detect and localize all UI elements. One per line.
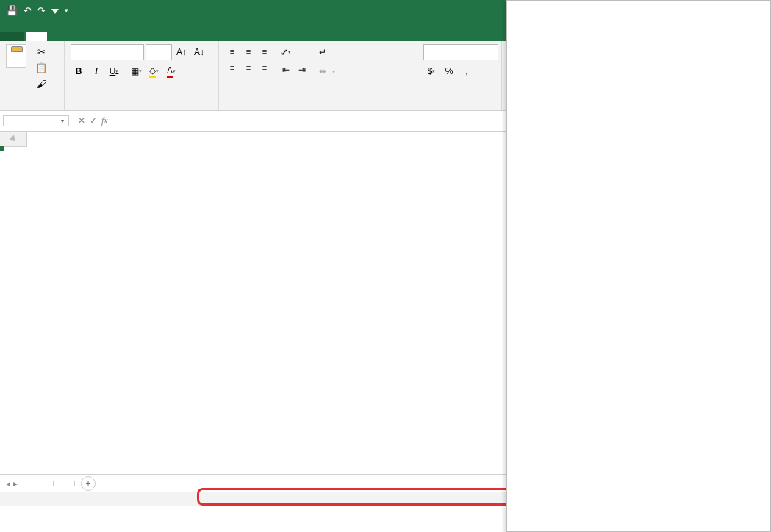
- paste-icon[interactable]: [6, 44, 26, 68]
- borders-icon[interactable]: ▦: [128, 63, 144, 79]
- tab-formulas[interactable]: [88, 32, 109, 41]
- qat-dropdown-icon[interactable]: ▾: [65, 7, 68, 14]
- customize-status-bar-menu[interactable]: [506, 0, 771, 532]
- align-top-icon[interactable]: ≡: [225, 44, 240, 59]
- sheet-nav-prev-icon[interactable]: ◂: [6, 478, 10, 489]
- cut-icon[interactable]: ✂: [32, 44, 50, 59]
- fx-icon[interactable]: fx: [101, 115, 108, 126]
- merge-icon: ⬌: [319, 66, 326, 76]
- group-alignment-label: [225, 107, 411, 109]
- align-right-icon[interactable]: ≡: [257, 60, 272, 75]
- group-font-label: [71, 107, 212, 109]
- decrease-font-icon[interactable]: A↓: [191, 44, 207, 60]
- increase-font-icon[interactable]: A↑: [173, 44, 190, 60]
- number-format-combo[interactable]: [423, 44, 498, 60]
- tab-design[interactable]: [212, 32, 232, 41]
- align-left-icon[interactable]: ≡: [225, 60, 240, 75]
- enter-formula-icon[interactable]: ✓: [90, 115, 97, 126]
- tab-data[interactable]: [109, 32, 129, 41]
- group-clipboard-label: [6, 107, 58, 109]
- vertical-align-group: ≡ ≡ ≡ ≡ ≡ ≡: [225, 44, 272, 75]
- orientation-icon[interactable]: ⤢: [278, 44, 294, 60]
- tab-home[interactable]: [26, 32, 47, 41]
- percent-format-icon[interactable]: %: [441, 63, 457, 79]
- accounting-format-icon[interactable]: $: [423, 63, 440, 79]
- sheet-tab-analysis[interactable]: [53, 481, 75, 486]
- italic-button[interactable]: I: [88, 63, 104, 79]
- wrap-icon: ↵: [319, 47, 326, 57]
- context-menu-title: [507, 1, 770, 10]
- name-box[interactable]: [3, 115, 69, 126]
- align-center-icon[interactable]: ≡: [241, 60, 256, 75]
- align-bottom-icon[interactable]: ≡: [257, 44, 272, 59]
- new-sheet-button[interactable]: +: [81, 476, 96, 491]
- wrap-text-button[interactable]: ↵: [319, 44, 335, 60]
- tab-view[interactable]: [150, 32, 171, 41]
- undo-icon[interactable]: ↶: [24, 5, 32, 16]
- comma-format-icon[interactable]: ,: [459, 63, 475, 79]
- select-all-corner[interactable]: [0, 132, 27, 147]
- underline-button[interactable]: U: [106, 63, 122, 79]
- redo-icon[interactable]: ↷: [37, 5, 46, 16]
- format-painter-icon[interactable]: 🖌: [32, 76, 50, 91]
- font-size-combo[interactable]: [146, 44, 172, 60]
- tab-developer[interactable]: [171, 32, 191, 41]
- tab-insert[interactable]: [47, 32, 68, 41]
- merge-center-button[interactable]: ⬌ ▾: [319, 63, 335, 79]
- cell-selection: [0, 147, 3, 150]
- decrease-indent-icon[interactable]: ⇤: [278, 62, 294, 78]
- tab-review[interactable]: [129, 32, 150, 41]
- copy-icon[interactable]: 📋: [32, 60, 50, 75]
- tab-file[interactable]: [0, 32, 24, 41]
- tab-help[interactable]: [191, 32, 212, 41]
- bold-button[interactable]: B: [71, 63, 87, 79]
- tab-page-layout[interactable]: [68, 32, 88, 41]
- sheet-nav-next-icon[interactable]: ▸: [13, 478, 18, 489]
- font-name-combo[interactable]: [71, 44, 144, 60]
- save-icon[interactable]: 💾: [6, 5, 18, 16]
- font-color-icon[interactable]: A: [163, 63, 179, 79]
- cancel-formula-icon[interactable]: ✕: [78, 115, 85, 126]
- fill-color-icon[interactable]: ◇: [146, 63, 162, 79]
- group-number-label: [423, 107, 495, 109]
- increase-indent-icon[interactable]: ⇥: [294, 62, 310, 78]
- align-middle-icon[interactable]: ≡: [241, 44, 256, 59]
- filter-icon[interactable]: [51, 5, 59, 16]
